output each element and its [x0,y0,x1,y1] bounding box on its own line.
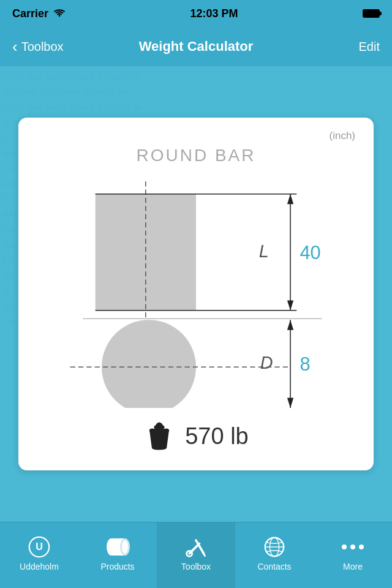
svg-text:U: U [36,540,43,551]
unit-label: (inch) [37,130,355,142]
diagram-area: L 40 D 8 [37,175,355,408]
svg-point-16 [359,545,364,549]
toolbox-icon [184,535,208,559]
calculator-card: (inch) ROUND BAR L [18,118,374,470]
status-bar: Carrier 12:03 PM [0,0,392,27]
weight-value: 570 lb [185,423,249,450]
edit-button[interactable]: Edit [359,40,380,54]
tab-products[interactable]: Products [78,522,157,588]
D-value: 8 [300,353,310,375]
L-value: 40 [300,242,320,263]
tab-uddeholm-label: Uddeholm [20,562,59,571]
carrier-label: Carrier [12,7,48,20]
contacts-icon [262,535,287,559]
round-bar-diagram: L 40 D 8 [43,175,349,408]
D-arrow-bottom [287,398,293,408]
L-arrow-bottom [287,300,293,310]
L-arrow-top [287,194,293,204]
main-content: (inch) ROUND BAR L [0,66,392,522]
status-carrier: Carrier [12,7,66,20]
products-icon [105,535,130,559]
weight-icon [143,420,175,452]
nav-bar: ‹ Toolbox Weight Calculator Edit [0,27,392,66]
tab-more-label: More [343,562,363,571]
tab-toolbox-label: Toolbox [181,562,211,571]
weight-result: 570 lb [37,420,355,452]
bar-circle [102,320,196,408]
more-icon [341,535,365,559]
L-label: L [259,241,269,261]
D-label: D [260,353,273,372]
tab-toolbox[interactable]: Toolbox [157,522,235,588]
tab-contacts[interactable]: Contacts [235,522,314,588]
back-button[interactable]: ‹ Toolbox [12,39,64,55]
back-label: Toolbox [21,40,64,54]
tab-more[interactable]: More [314,522,392,588]
uddeholm-icon: U [27,535,51,559]
wifi-icon [53,9,66,18]
svg-point-6 [122,540,128,554]
battery-icon [363,9,380,18]
D-arrow-top [287,320,293,330]
page-title: Weight Calculator [139,39,254,55]
tab-products-label: Products [100,562,134,571]
shape-title: ROUND BAR [37,146,355,165]
status-time: 12:03 PM [190,7,238,20]
chevron-left-icon: ‹ [12,39,18,55]
svg-point-14 [342,545,347,549]
status-battery [363,9,380,18]
tab-contacts-label: Contacts [257,562,291,571]
tab-uddeholm[interactable]: U Uddeholm [0,522,78,588]
svg-point-15 [350,545,355,549]
tab-bar: U Uddeholm Products [0,522,392,588]
bar-rect [96,194,196,311]
